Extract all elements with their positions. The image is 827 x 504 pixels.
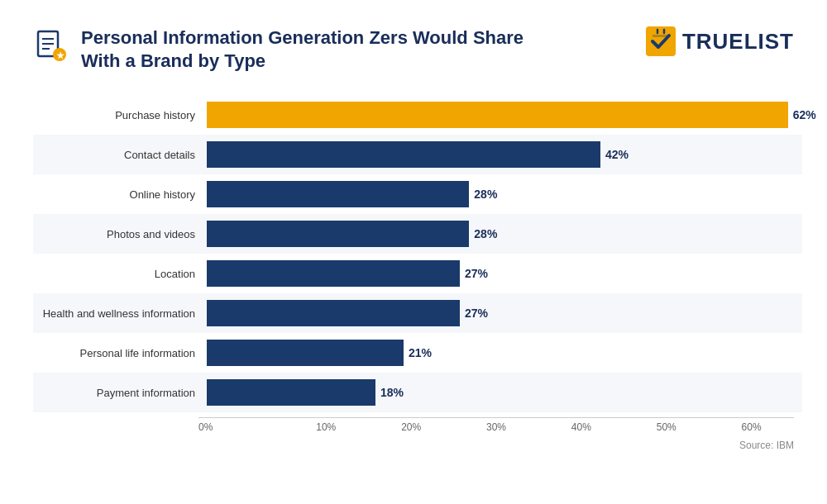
- bar-value: 28%: [474, 227, 497, 240]
- bar-label: Contact details: [41, 149, 207, 161]
- bar: [207, 141, 600, 168]
- chart-row: Purchase history62%: [41, 95, 794, 135]
- bar: [207, 300, 460, 326]
- bar-value: 42%: [605, 148, 629, 161]
- page-title: Personal Information Generation Zers Wou…: [81, 26, 544, 72]
- chart-row: Location27%: [41, 254, 794, 293]
- x-axis-tick: 20%: [369, 421, 454, 433]
- bar-label: Location: [41, 268, 207, 280]
- card: ★ Personal Information Generation Zers W…: [0, 0, 827, 504]
- chart-row: Payment information18%: [33, 373, 802, 412]
- document-icon: ★: [33, 28, 69, 64]
- bar: [207, 379, 375, 406]
- bar-label: Personal life information: [41, 347, 207, 359]
- bar-container: 62%: [207, 102, 816, 128]
- bar-value: 27%: [465, 267, 488, 280]
- chart-area: Purchase history62%Contact details42%Onl…: [41, 95, 794, 412]
- header-left: ★ Personal Information Generation Zers W…: [33, 26, 544, 72]
- bar: [207, 102, 788, 128]
- bar-container: 28%: [207, 181, 794, 207]
- x-axis-tick: 0%: [198, 421, 284, 433]
- header: ★ Personal Information Generation Zers W…: [33, 26, 794, 72]
- svg-rect-7: [653, 35, 669, 37]
- bar-label: Payment information: [41, 387, 207, 399]
- bar-value: 27%: [465, 307, 488, 320]
- bar-value: 18%: [380, 386, 404, 399]
- bar-label: Health and wellness information: [41, 307, 207, 320]
- bar-container: 42%: [207, 141, 802, 168]
- chart-row: Contact details42%: [33, 135, 802, 174]
- logo-text: TRUELIST: [682, 29, 794, 55]
- bar-container: 21%: [207, 340, 794, 366]
- x-axis: 0%10%20%30%40%50%60%: [198, 417, 794, 433]
- x-axis-tick: 30%: [454, 421, 539, 433]
- bar: [207, 260, 460, 287]
- svg-rect-6: [646, 26, 676, 56]
- chart-row: Online history28%: [41, 174, 794, 214]
- bar: [207, 340, 404, 366]
- bar-value: 28%: [474, 188, 497, 201]
- svg-text:★: ★: [56, 50, 65, 60]
- bar-label: Purchase history: [41, 109, 207, 121]
- bar-container: 28%: [207, 221, 802, 247]
- chart-row: Photos and videos28%: [33, 214, 802, 254]
- truelist-logo-icon: [646, 26, 676, 56]
- bar: [207, 221, 469, 247]
- bar-container: 27%: [207, 260, 794, 287]
- x-axis-tick: 50%: [624, 421, 709, 433]
- x-axis-tick: 10%: [284, 421, 369, 433]
- bar-value: 62%: [793, 108, 816, 121]
- bar-value: 21%: [409, 346, 432, 359]
- bar-container: 27%: [207, 300, 802, 326]
- x-axis-tick: 40%: [538, 421, 624, 433]
- source-label: Source: IBM: [33, 440, 794, 451]
- bar-container: 18%: [207, 379, 802, 406]
- bar-label: Online history: [41, 188, 207, 201]
- bar: [207, 181, 469, 207]
- x-axis-tick: 60%: [709, 421, 794, 433]
- logo: TRUELIST: [646, 26, 794, 56]
- chart-row: Health and wellness information27%: [33, 293, 802, 333]
- bar-label: Photos and videos: [41, 228, 207, 240]
- chart-row: Personal life information21%: [41, 333, 794, 373]
